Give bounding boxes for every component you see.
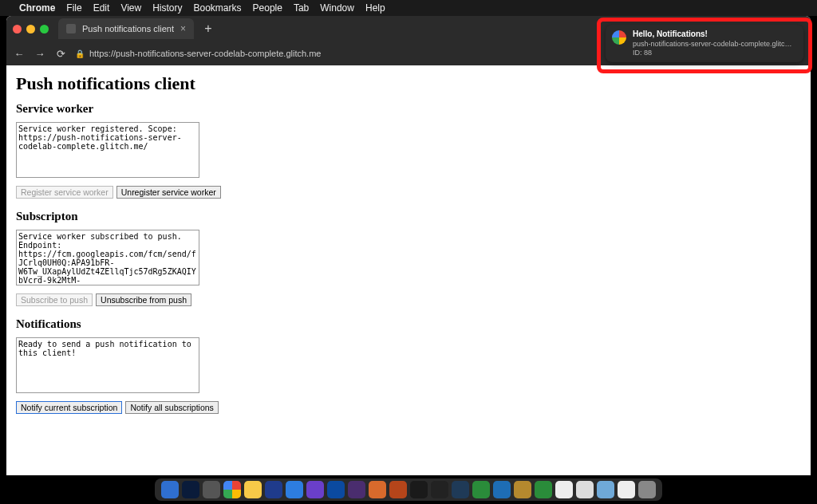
dock-app-icon[interactable] bbox=[576, 481, 594, 498]
forward-button[interactable]: → bbox=[34, 48, 46, 60]
unregister-sw-button[interactable]: Unregister service worker bbox=[116, 186, 221, 199]
dock-app-icon[interactable] bbox=[203, 481, 220, 498]
dock-app-icon[interactable] bbox=[597, 481, 614, 498]
dock-app-icon[interactable] bbox=[472, 481, 490, 498]
notification-highlight: Hello, Notifications! push-notifications… bbox=[597, 18, 812, 73]
mac-menubar: Chrome File Edit View History Bookmarks … bbox=[0, 0, 817, 16]
dock-terminal-icon[interactable] bbox=[431, 481, 448, 498]
dock-app-icon[interactable] bbox=[410, 481, 428, 498]
notifications-textarea[interactable] bbox=[16, 337, 199, 393]
maximize-window-icon[interactable] bbox=[40, 25, 49, 33]
notification-id: ID: 88 bbox=[633, 49, 792, 57]
url-text: https://push-notifications-server-codela… bbox=[89, 49, 321, 58]
notifications-heading: Notifications bbox=[16, 317, 801, 331]
close-window-icon[interactable] bbox=[13, 25, 22, 33]
chrome-icon bbox=[612, 30, 626, 45]
dock-brave-icon[interactable] bbox=[389, 481, 407, 498]
reload-button[interactable]: ⟳ bbox=[54, 48, 67, 60]
page-title: Push notifications client bbox=[16, 73, 801, 94]
lock-icon: 🔒 bbox=[75, 49, 85, 58]
dock-chrome-icon[interactable] bbox=[223, 481, 241, 498]
dock-firefox-dev-icon[interactable] bbox=[348, 481, 365, 498]
dock-trash-icon[interactable] bbox=[638, 481, 656, 498]
dock bbox=[155, 478, 662, 501]
dock-chromium-icon[interactable] bbox=[265, 481, 282, 498]
system-notification[interactable]: Hello, Notifications! push-notifications… bbox=[606, 25, 803, 62]
dock-chrome-canary-icon[interactable] bbox=[244, 481, 262, 498]
window-controls bbox=[13, 25, 49, 33]
dock-vscode-icon[interactable] bbox=[493, 481, 511, 498]
service-worker-heading: Service worker bbox=[16, 102, 801, 116]
notification-source: push-notifications-server-codelab-comple… bbox=[633, 40, 792, 49]
dock-firefox-icon[interactable] bbox=[369, 481, 386, 498]
menu-file[interactable]: File bbox=[66, 2, 81, 14]
dock-safari-icon[interactable] bbox=[286, 481, 303, 498]
menu-bookmarks[interactable]: Bookmarks bbox=[194, 2, 242, 14]
register-sw-button: Register service worker bbox=[16, 186, 113, 199]
subscription-heading: Subscripton bbox=[16, 210, 801, 223]
menu-edit[interactable]: Edit bbox=[93, 2, 110, 14]
service-worker-textarea[interactable] bbox=[16, 122, 199, 178]
menubar-app[interactable]: Chrome bbox=[19, 2, 55, 14]
dock-edge-icon[interactable] bbox=[327, 481, 345, 498]
dock-app-icon[interactable] bbox=[535, 481, 552, 498]
page-content: Push notifications client Service worker… bbox=[6, 65, 811, 475]
menu-window[interactable]: Window bbox=[320, 2, 354, 14]
dock-finder-icon[interactable] bbox=[161, 481, 179, 498]
menu-history[interactable]: History bbox=[152, 2, 182, 14]
notification-title: Hello, Notifications! bbox=[633, 30, 792, 40]
dock-app-icon[interactable] bbox=[555, 481, 573, 498]
menu-help[interactable]: Help bbox=[365, 2, 385, 14]
close-tab-icon[interactable]: × bbox=[180, 23, 186, 34]
tab-title: Push notifications client bbox=[82, 24, 174, 33]
notify-current-button[interactable]: Notify current subscription bbox=[16, 401, 122, 414]
dock-app-icon[interactable] bbox=[182, 481, 199, 498]
new-tab-button[interactable]: + bbox=[200, 22, 216, 36]
chrome-window: Push notifications client × + ← → ⟳ 🔒 ht… bbox=[6, 16, 811, 475]
notify-all-button[interactable]: Notify all subscriptions bbox=[125, 401, 218, 414]
subscription-textarea[interactable] bbox=[16, 230, 199, 285]
dock-app-icon[interactable] bbox=[452, 481, 469, 498]
menu-tab[interactable]: Tab bbox=[294, 2, 309, 14]
dock-app-icon[interactable] bbox=[514, 481, 531, 498]
dock-app-icon[interactable] bbox=[618, 481, 635, 498]
unsubscribe-button[interactable]: Unsubscribe from push bbox=[96, 293, 191, 306]
menu-people[interactable]: People bbox=[253, 2, 282, 14]
dock-app-icon[interactable] bbox=[306, 481, 324, 498]
browser-tab[interactable]: Push notifications client × bbox=[58, 18, 194, 39]
menu-view[interactable]: View bbox=[120, 2, 141, 14]
back-button[interactable]: ← bbox=[13, 48, 26, 60]
tab-favicon-icon bbox=[66, 24, 76, 33]
subscribe-button: Subscribe to push bbox=[16, 293, 93, 306]
minimize-window-icon[interactable] bbox=[26, 25, 35, 33]
